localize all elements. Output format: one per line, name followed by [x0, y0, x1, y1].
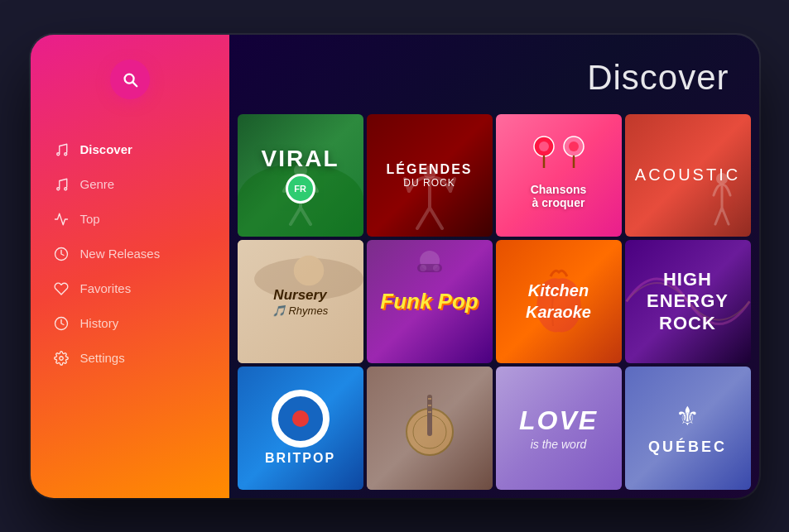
search-icon [121, 70, 139, 89]
banjo-icon [397, 391, 463, 465]
app-window: Discover Genre Top New Releases [31, 35, 759, 498]
svg-point-4 [59, 356, 63, 360]
svg-line-1 [132, 82, 137, 86]
history-icon [54, 316, 69, 331]
svg-point-8 [539, 141, 549, 151]
settings-icon [54, 351, 69, 366]
tile-nursery[interactable]: Nursery 🎵 Rhymes [238, 240, 363, 363]
new-releases-icon [54, 247, 69, 261]
britpop-circle [272, 390, 330, 448]
energy-title: HIGHENERGYROCK [647, 269, 729, 334]
candy-title: Chansonsà croquer [524, 176, 594, 216]
sidebar: Discover Genre Top New Releases [31, 35, 229, 498]
sidebar-item-new-releases[interactable]: New Releases [31, 237, 229, 271]
genre-icon [54, 177, 69, 192]
sidebar-item-top[interactable]: Top [31, 202, 229, 237]
acoustic-title: ACOUSTIC [635, 165, 740, 185]
nursery-content: Nursery 🎵 Rhymes [272, 286, 328, 317]
nursery-subtitle: 🎵 Rhymes [272, 304, 328, 317]
britpop-inner [292, 410, 309, 427]
britpop-content: BRITPOP [265, 390, 335, 466]
candy-icons [532, 135, 586, 168]
search-button[interactable] [110, 60, 150, 99]
quebec-title: QUÉBEC [648, 439, 727, 456]
main-content: Discover VIRAL FR [229, 35, 759, 498]
sidebar-label-favorites: Favorites [80, 281, 132, 295]
rock-subtitle: DU ROCK [386, 177, 472, 189]
sidebar-label-new-releases: New Releases [80, 247, 161, 261]
sidebar-item-history[interactable]: History [31, 306, 229, 341]
sidebar-item-genre[interactable]: Genre [31, 167, 229, 202]
britpop-title: BRITPOP [265, 451, 335, 466]
viral-title: VIRAL [262, 147, 339, 170]
svg-rect-22 [427, 395, 432, 436]
sidebar-item-discover[interactable]: Discover [31, 132, 229, 167]
funk-title: Funk Pop [380, 289, 478, 314]
sidebar-label-genre: Genre [80, 177, 115, 191]
svg-point-18 [420, 265, 426, 271]
viral-badge: FR [286, 174, 315, 204]
tile-candy[interactable]: Chansonsà croquer [496, 114, 622, 237]
discover-icon [54, 142, 69, 157]
sidebar-label-discover: Discover [80, 142, 132, 156]
tile-energy[interactable]: HIGHENERGYROCK [625, 240, 751, 363]
svg-point-19 [433, 265, 440, 271]
favorites-icon [54, 281, 69, 296]
tile-viral[interactable]: VIRAL FR [238, 114, 363, 237]
rock-title: LÉGENDES [386, 161, 472, 177]
sidebar-item-favorites[interactable]: Favorites [31, 271, 229, 306]
sidebar-label-history: History [80, 316, 119, 330]
tile-love[interactable]: LOVE is the word [496, 367, 622, 490]
sidebar-item-settings[interactable]: Settings [31, 341, 229, 376]
page-title: Discover [587, 58, 729, 98]
top-icon [54, 212, 69, 227]
love-subtitle: is the word [531, 438, 587, 451]
love-title: LOVE [519, 405, 598, 436]
kitchen-title: KitchenKaraoke [526, 280, 591, 323]
svg-point-15 [293, 256, 323, 285]
tile-acoustic[interactable]: ACOUSTIC [625, 114, 751, 237]
tile-quebec[interactable]: ⚜ QUÉBEC [625, 367, 751, 490]
fleur-de-lis-icon: ⚜ [676, 400, 700, 432]
tile-kitchen[interactable]: KitchenKaraoke [496, 240, 622, 363]
sidebar-label-top: Top [80, 212, 100, 226]
tile-banjo[interactable] [367, 367, 493, 490]
tile-funk[interactable]: Funk Pop [367, 240, 493, 363]
tile-britpop[interactable]: BRITPOP [238, 367, 363, 490]
nursery-title: Nursery [272, 286, 328, 304]
music-grid: VIRAL FR LÉGENDES DU ROCK [229, 114, 759, 498]
main-header: Discover [229, 35, 759, 114]
sidebar-label-settings: Settings [80, 351, 125, 365]
svg-point-11 [569, 141, 579, 151]
tile-rock[interactable]: LÉGENDES DU ROCK [367, 114, 493, 237]
